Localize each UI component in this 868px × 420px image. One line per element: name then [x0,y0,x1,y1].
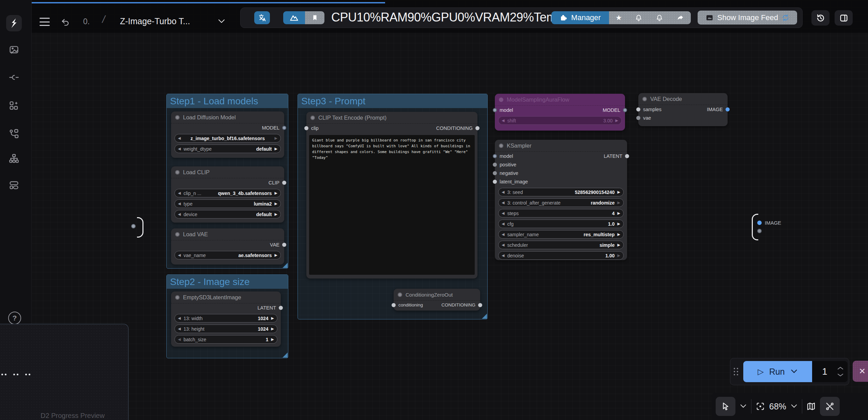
menu-icon[interactable] [40,18,50,26]
decrement-arrow[interactable]: ◀ [178,327,181,331]
input-slot-negative[interactable]: negative [497,170,518,176]
output-slot-conditioning[interactable]: CONDITIONING [436,125,475,131]
decrement-arrow[interactable]: ◀ [502,211,504,215]
decrement-arrow[interactable]: ◀ [502,190,504,194]
sidebar-item-workflows[interactable] [8,128,20,139]
sidebar-item-templates[interactable] [8,179,20,191]
drag-handle[interactable] [734,368,739,375]
slot-dot[interactable] [636,116,640,120]
increment-arrow[interactable]: ▶ [275,253,277,257]
output-slot-model[interactable]: MODEL [262,125,282,131]
slot-dot[interactable] [279,306,283,310]
history-button[interactable] [811,10,829,26]
slot-dot[interactable] [726,107,730,111]
input-slot-latent-image[interactable]: latent_image [497,179,528,184]
collapse-dot[interactable] [175,170,180,175]
decrement-arrow[interactable]: ◀ [178,201,181,206]
widget-denoise[interactable]: ◀ denoise 1.00 ▶ [498,251,624,260]
decrement-arrow[interactable]: ◀ [178,316,181,320]
increment-arrow[interactable]: ▶ [618,200,620,205]
widget-scheduler[interactable]: ◀ scheduler simple ▶ [498,241,624,249]
decrement-arrow[interactable]: ◀ [178,212,181,216]
run-button[interactable]: ▷ Run [743,361,812,382]
decrement-arrow[interactable]: ◀ [502,243,504,247]
comfyui-logo[interactable] [6,15,22,31]
collapse-dot[interactable] [499,97,503,102]
widget-device[interactable]: ◀ device default ▶ [174,210,281,219]
node-load-clip[interactable]: Load CLIP CLIP ◀ clip_n ... qwen_3_4b.sa… [171,166,284,223]
decrement-arrow[interactable]: ◀ [178,337,181,342]
input-slot-clip[interactable]: clip [309,125,319,131]
chevron-down-icon[interactable] [217,18,226,26]
increment-arrow[interactable]: ▶ [275,212,277,216]
progress-preview-panel[interactable] [0,324,128,420]
share-icon[interactable] [676,14,684,21]
output-slot-clip[interactable]: CLIP [269,180,282,185]
undo-icon[interactable] [61,18,70,28]
output-slot-vae[interactable]: VAE [270,242,282,247]
input-slot-conditioning[interactable]: conditioning [396,302,423,308]
node-vae-decode[interactable]: VAE Decode samples IMAGE vae [638,93,728,126]
decrement-arrow[interactable]: ◀ [178,136,181,140]
collapse-dot[interactable] [175,295,180,300]
fit-view-button[interactable] [756,402,765,411]
input-slot-model[interactable]: model [497,153,513,159]
node-load-vae[interactable]: Load VAE VAE ◀ vae_name ae.safetensors ▶ [171,228,284,265]
group-resize-handle[interactable] [482,314,487,319]
node-conditioning-zero-out[interactable]: ConditioningZeroOut conditioning CONDITI… [394,289,480,311]
widget-type[interactable]: ◀ type lumina2 ▶ [174,199,281,208]
star-icon[interactable]: ★ [615,14,622,22]
decrement-arrow[interactable]: ◀ [178,147,181,151]
translate-button[interactable] [254,11,270,24]
node-ksampler[interactable]: KSampler model LATENT positive negative … [495,140,627,260]
prompt-textarea[interactable]: Giant blue and purple big billboard on r… [309,135,475,275]
slot-dot[interactable] [475,126,479,130]
slot-dot[interactable] [493,108,497,112]
output-slot-model[interactable]: MODEL [603,107,623,113]
group-step2-header[interactable]: Step2 - Image size [167,275,288,289]
increment-arrow[interactable]: ▶ [271,327,274,331]
node-clip-text-encode[interactable]: CLIP Text Encode (Prompt) clip CONDITION… [306,112,477,279]
group-resize-handle[interactable] [283,263,288,268]
collapsed-save-image-dot[interactable] [757,221,762,225]
increment-count-icon[interactable] [837,366,843,370]
panel-drag-dots[interactable] [1,374,30,375]
decrement-arrow[interactable]: ◀ [502,222,504,226]
slot-dot[interactable] [493,163,497,167]
decrement-arrow[interactable]: ◀ [502,232,504,237]
slot-dot[interactable] [623,108,627,112]
widget-width[interactable]: ◀ 13: width 1024 ▶ [174,314,277,322]
node-load-diffusion-model[interactable]: Load Diffusion Model MODEL ◀ z_image_tur… [171,111,284,158]
slot-dot[interactable] [493,180,497,184]
decrement-count-icon[interactable] [837,373,843,377]
increment-arrow[interactable]: ▶ [618,211,620,215]
output-slot-conditioning[interactable]: CONDITIONING [441,302,478,308]
input-slot-samples[interactable]: samples [641,107,661,112]
slot-dot[interactable] [304,126,308,130]
sidebar-item-node-library[interactable] [8,100,20,111]
decrement-arrow[interactable]: ◀ [178,253,181,257]
widget-steps[interactable]: ◀ steps 4 ▶ [498,209,624,217]
widget-vae-name[interactable]: ◀ vae_name ae.safetensors ▶ [174,251,281,259]
slot-dot[interactable] [282,181,286,185]
sidebar-item-hierarchy[interactable] [8,153,20,164]
minimap-button[interactable] [806,402,816,411]
bookmark-button[interactable] [305,11,324,24]
increment-arrow[interactable]: ▶ [618,253,620,258]
increment-arrow[interactable]: ▶ [275,201,277,206]
collapse-dot[interactable] [175,115,180,120]
increment-arrow[interactable]: ▶ [271,337,274,342]
slot-dot[interactable] [625,154,629,158]
output-slot-latent[interactable]: LATENT [257,305,278,311]
toggle-links-button[interactable] [820,397,840,416]
collapse-dot[interactable] [642,97,647,101]
input-slot-vae[interactable]: vae [641,115,651,121]
zoom-level[interactable]: 68% [769,402,786,411]
increment-arrow[interactable]: ▶ [618,232,620,237]
slot-dot[interactable] [478,303,482,307]
increment-arrow[interactable]: ▶ [275,147,277,151]
decrement-arrow[interactable]: ◀ [502,200,504,205]
collapse-dot[interactable] [175,232,180,237]
collapse-dot[interactable] [398,292,402,297]
sidebar-item-queue[interactable] [8,44,20,56]
